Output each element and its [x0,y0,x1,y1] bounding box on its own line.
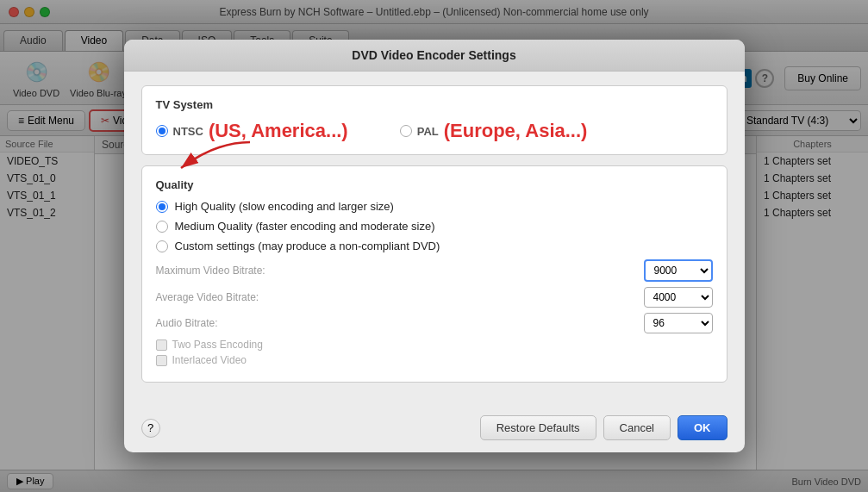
max-bitrate-select[interactable]: 9000 [644,259,713,282]
pal-option[interactable]: PAL (Europe, Asia...) [400,120,588,142]
quality-title: Quality [156,178,713,191]
ok-button[interactable]: OK [678,415,727,440]
quality-medium-radio[interactable] [156,221,168,233]
ntsc-desc: (US, America...) [209,120,348,142]
two-pass-label: Two Pass Encoding [172,339,263,351]
cancel-button[interactable]: Cancel [603,415,671,440]
avg-bitrate-row: Average Video Bitrate: 4000 [156,287,713,308]
quality-high-radio[interactable] [156,201,168,213]
quality-medium-label: Medium Quality (faster encoding and mode… [175,220,435,233]
ntsc-label: NTSC [173,125,203,138]
pal-radio[interactable] [400,125,412,137]
restore-defaults-button[interactable]: Restore Defaults [480,415,596,440]
quality-high-label: High Quality (slow encoding and larger s… [175,200,394,213]
quality-custom-option[interactable]: Custom settings (may produce a non-compl… [156,240,713,252]
avg-bitrate-select[interactable]: 4000 [644,287,713,308]
ntsc-option[interactable]: NTSC (US, America...) [156,120,348,142]
interlaced-row: Interlaced Video [156,354,713,366]
audio-bitrate-row: Audio Bitrate: 96 [156,313,713,333]
quality-custom-radio[interactable] [156,240,168,252]
interlaced-label: Interlaced Video [172,354,247,366]
modal-help-button[interactable]: ? [141,419,160,438]
modal-footer: ? Restore Defaults Cancel OK [124,407,745,452]
max-bitrate-label: Maximum Video Bitrate: [156,265,328,277]
two-pass-checkbox[interactable] [156,339,167,351]
avg-bitrate-label: Average Video Bitrate: [156,291,328,303]
quality-high-option[interactable]: High Quality (slow encoding and larger s… [156,200,713,213]
audio-bitrate-label: Audio Bitrate: [156,317,328,329]
modal-title: DVD Video Encoder Settings [124,40,745,72]
quality-custom-label: Custom settings (may produce a non-compl… [175,240,440,252]
two-pass-row: Two Pass Encoding [156,339,713,351]
modal-overlay: DVD Video Encoder Settings TV System NTS… [0,0,868,492]
tv-system-section: TV System NTSC (US, America...) PAL (Eur… [141,85,727,155]
modal-body: TV System NTSC (US, America...) PAL (Eur… [124,72,745,407]
pal-desc: (Europe, Asia...) [444,120,588,142]
audio-bitrate-select[interactable]: 96 [644,313,713,333]
interlaced-checkbox[interactable] [156,355,167,366]
quality-section: Quality High Quality (slow encoding and … [141,165,727,383]
pal-label: PAL [417,125,439,138]
modal-dialog: DVD Video Encoder Settings TV System NTS… [124,40,745,452]
tv-system-options: NTSC (US, America...) PAL (Europe, Asia.… [156,120,713,142]
max-bitrate-row: Maximum Video Bitrate: 9000 [156,259,713,282]
tv-system-title: TV System [156,98,713,111]
quality-medium-option[interactable]: Medium Quality (faster encoding and mode… [156,220,713,233]
ntsc-radio[interactable] [156,125,168,137]
